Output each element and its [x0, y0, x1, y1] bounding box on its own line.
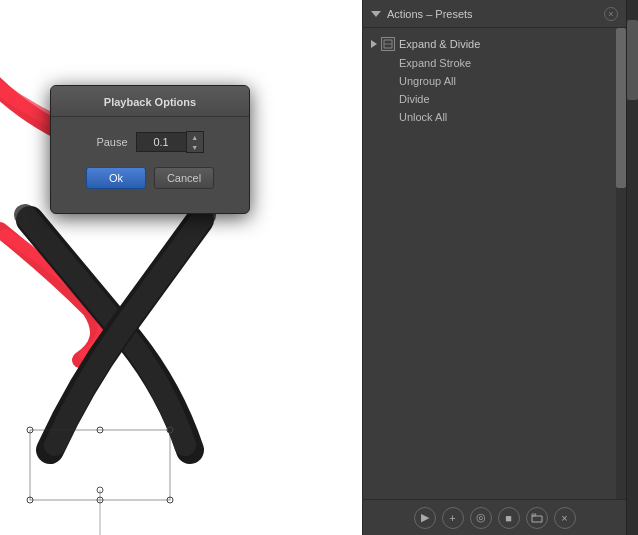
- dialog-titlebar: Playback Options: [51, 86, 249, 117]
- panel-close-button[interactable]: ×: [604, 7, 618, 21]
- panel-header-left: Actions – Presets: [371, 8, 473, 20]
- new-action-button[interactable]: +: [442, 507, 464, 529]
- action-set-icon: [383, 39, 393, 49]
- action-item-divide[interactable]: Divide: [391, 90, 626, 108]
- group-action-icon: [381, 37, 395, 51]
- playback-options-dialog: Playback Options Pause ▲ ▼ Ok Cancel: [50, 85, 250, 214]
- dialog-title: Playback Options: [104, 96, 196, 108]
- pause-row: Pause ▲ ▼: [65, 131, 235, 153]
- far-right-panel: [626, 0, 638, 535]
- panel-scrollbar[interactable]: [616, 28, 626, 499]
- stop-button[interactable]: ■: [498, 507, 520, 529]
- action-items: Expand Stroke Ungroup All Divide Unlock …: [363, 54, 626, 126]
- action-item-unlock-all[interactable]: Unlock All: [391, 108, 626, 126]
- actions-panel: Actions – Presets × Expand & Divide Expa…: [362, 0, 626, 535]
- group-expand-icon: [371, 40, 377, 48]
- dialog-body: Pause ▲ ▼ Ok Cancel: [51, 117, 249, 199]
- pause-spinner[interactable]: ▲ ▼: [136, 131, 204, 153]
- far-right-scrollbar[interactable]: [627, 20, 638, 100]
- dialog-buttons: Ok Cancel: [65, 167, 235, 189]
- canvas-content: [0, 0, 362, 535]
- panel-collapse-icon: [371, 11, 381, 17]
- spinner-down-button[interactable]: ▼: [187, 142, 203, 152]
- cancel-button[interactable]: Cancel: [154, 167, 214, 189]
- delete-button[interactable]: ×: [554, 507, 576, 529]
- pause-input[interactable]: [136, 132, 186, 152]
- action-group-expand-divide: Expand & Divide Expand Stroke Ungroup Al…: [363, 32, 626, 128]
- record-button[interactable]: ◎: [470, 507, 492, 529]
- folder-icon: [531, 513, 543, 523]
- panel-header: Actions – Presets ×: [363, 0, 626, 28]
- canvas-area: Playback Options Pause ▲ ▼ Ok Cancel: [0, 0, 362, 535]
- action-item-expand-stroke[interactable]: Expand Stroke: [391, 54, 626, 72]
- action-item-ungroup-all[interactable]: Ungroup All: [391, 72, 626, 90]
- action-group-header[interactable]: Expand & Divide: [363, 34, 626, 54]
- action-list: Expand & Divide Expand Stroke Ungroup Al…: [363, 28, 626, 499]
- group-label: Expand & Divide: [399, 38, 480, 50]
- play-button[interactable]: ▶: [414, 507, 436, 529]
- spinner-up-button[interactable]: ▲: [187, 132, 203, 142]
- scrollbar-thumb[interactable]: [616, 28, 626, 188]
- ok-button[interactable]: Ok: [86, 167, 146, 189]
- panel-title: Actions – Presets: [387, 8, 473, 20]
- spinner-controls: ▲ ▼: [186, 131, 204, 153]
- panel-toolbar: ▶ + ◎ ■ ×: [363, 499, 626, 535]
- pause-label: Pause: [96, 136, 127, 148]
- folder-button[interactable]: [526, 507, 548, 529]
